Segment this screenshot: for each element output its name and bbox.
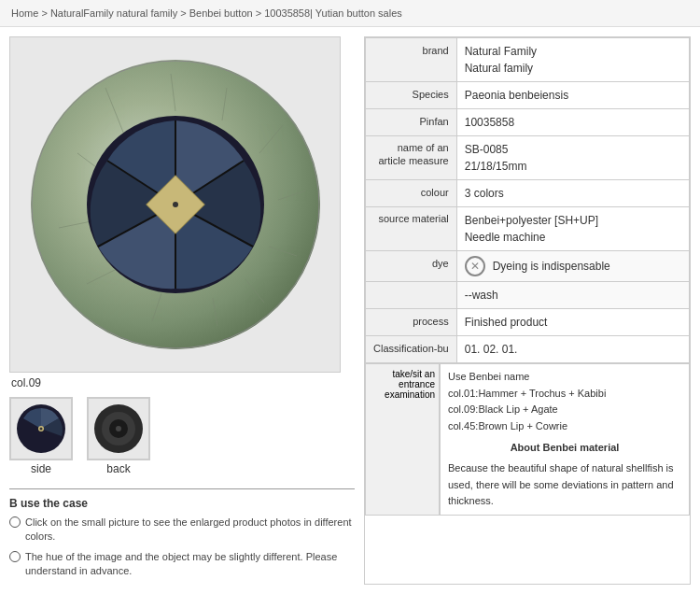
- process-label: process: [366, 309, 457, 336]
- process-row: process Finished product: [366, 309, 690, 336]
- classification-label: Classification-bu: [366, 336, 457, 363]
- classification-value: 01. 02. 01.: [456, 336, 689, 363]
- thumb-back-label: back: [106, 462, 130, 475]
- take-col09: col.09:Black Lip + Agate: [448, 402, 681, 418]
- pinfan-label: Pinfan: [366, 109, 457, 136]
- col-label: col.09: [9, 376, 355, 389]
- svg-line-7: [245, 279, 264, 303]
- svg-line-1: [105, 88, 124, 134]
- usage-text-2: The hue of the image and the object may …: [25, 550, 355, 579]
- breadcrumb: Home > NaturalFamily natural family > Be…: [0, 0, 700, 27]
- take-value: Use Benbei name col.01:Hammer + Trochus …: [440, 363, 690, 516]
- info-table: brand Natural Family Natural family Spec…: [365, 37, 690, 363]
- svg-point-21: [173, 202, 178, 207]
- svg-line-12: [171, 74, 175, 111]
- radio-1: [9, 516, 21, 528]
- dye-label: dye: [366, 251, 457, 282]
- shell-pattern-svg: [31, 60, 320, 349]
- left-panel: col.09 side: [9, 36, 355, 585]
- take-benbei: Use Benbei name: [448, 369, 681, 386]
- thumb-back-image[interactable]: [87, 397, 150, 460]
- svg-line-9: [278, 191, 306, 200]
- thumb-side-image[interactable]: [9, 397, 73, 460]
- main-content: col.09 side: [0, 27, 700, 594]
- classification-row: Classification-bu 01. 02. 01.: [366, 336, 690, 363]
- dye-cell: Dyeing is indispensable: [465, 256, 681, 276]
- colour-value: 3 colors: [456, 180, 689, 207]
- thumb-back-svg: [93, 403, 144, 454]
- take-label: take/sit an entrance examination: [365, 363, 440, 516]
- source-value: Benbei+polyester [SH+UP] Needle machine: [456, 207, 689, 251]
- brand-value: Natural Family Natural family: [456, 38, 689, 82]
- thumb-side-svg: [16, 403, 66, 454]
- product-circle: [31, 60, 320, 349]
- svg-line-5: [152, 293, 161, 321]
- pinfan-row: Pinfan 10035858: [366, 109, 690, 136]
- usage-item-1: Click on the small picture to see the en…: [9, 516, 355, 544]
- usage-item-2: The hue of the image and the object may …: [9, 550, 355, 579]
- wash-value: --wash: [456, 282, 689, 309]
- svg-line-10: [259, 125, 283, 153]
- usage-section: B use the case Click on the small pictur…: [9, 488, 355, 579]
- source-row: source material Benbei+polyester [SH+UP]…: [366, 207, 690, 251]
- pinfan-value: 10035858: [456, 109, 689, 136]
- wash-label: [366, 282, 457, 309]
- article-label: name of an article measure: [366, 136, 457, 180]
- thumbnail-row: side back: [9, 397, 355, 475]
- species-row: Species Paeonia benbeiensis: [366, 82, 690, 109]
- article-value: SB-0085 21/18/15mm: [456, 136, 689, 180]
- thumb-back: back: [87, 397, 150, 475]
- species-label: Species: [366, 82, 457, 109]
- brand-label: brand: [366, 38, 457, 82]
- no-dye-icon: [465, 256, 485, 276]
- thumb-side: side: [9, 397, 73, 475]
- take-col01: col.01:Hammer + Trochus + Kabibi: [448, 386, 681, 403]
- colour-label: colour: [366, 180, 457, 207]
- dye-row: dye Dyeing is indispensable: [366, 251, 690, 282]
- svg-point-28: [116, 426, 121, 431]
- colour-row: colour 3 colors: [366, 180, 690, 207]
- article-row: name of an article measure SB-0085 21/18…: [366, 136, 690, 180]
- species-value: Paeonia benbeiensis: [456, 82, 689, 109]
- benbei-desc: Because the beautiful shape of natural s…: [448, 460, 681, 510]
- thumb-side-label: side: [31, 462, 51, 475]
- usage-text-1: Click on the small picture to see the en…: [25, 516, 355, 544]
- source-label: source material: [366, 207, 457, 251]
- usage-title: B use the case: [9, 497, 355, 510]
- main-product-image: [9, 36, 341, 373]
- take-row: take/sit an entrance examination Use Ben…: [365, 363, 690, 516]
- right-panel: brand Natural Family Natural family Spec…: [364, 36, 691, 585]
- svg-line-6: [213, 298, 217, 326]
- svg-line-11: [222, 88, 227, 120]
- take-col45: col.45:Brown Lip + Cowrie: [448, 418, 681, 435]
- wash-row: --wash: [366, 282, 690, 309]
- brand-row: brand Natural Family Natural family: [366, 38, 690, 82]
- radio-2: [9, 551, 21, 562]
- svg-point-24: [40, 428, 43, 431]
- process-value: Finished product: [456, 309, 689, 336]
- about-benbei: About Benbei material: [448, 440, 681, 457]
- dye-value: Dyeing is indispensable: [456, 251, 689, 282]
- svg-line-8: [269, 247, 297, 256]
